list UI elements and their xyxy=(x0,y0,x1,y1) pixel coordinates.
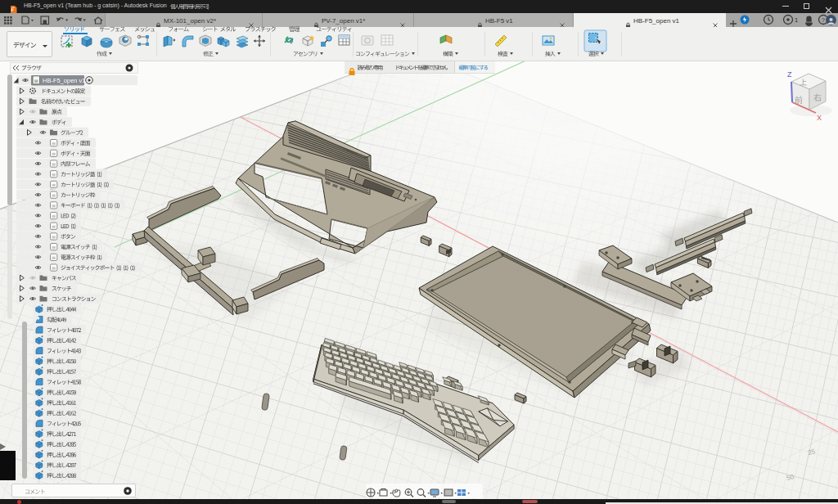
svg-text:1: 1 xyxy=(795,16,798,24)
svg-text:?: ? xyxy=(822,16,825,24)
svg-text:Z: Z xyxy=(787,70,792,79)
svg-text:X: X xyxy=(817,114,822,122)
